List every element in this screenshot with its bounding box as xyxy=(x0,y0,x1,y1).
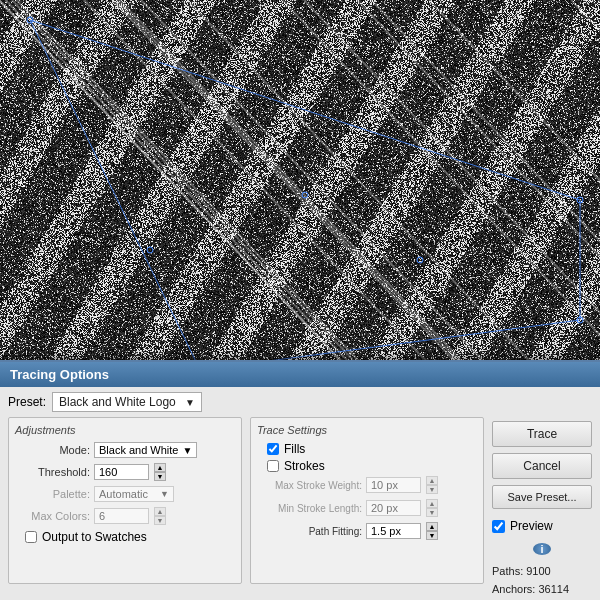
fills-row: Fills xyxy=(267,442,477,456)
min-stroke-length-row: Min Stroke Length: 20 px ▲ ▼ xyxy=(257,499,477,517)
paths-value: 9100 xyxy=(526,565,550,577)
canvas-area xyxy=(0,0,600,380)
threshold-row: Threshold: 160 ▲ ▼ xyxy=(15,463,235,481)
min-stroke-length-label: Min Stroke Length: xyxy=(257,503,362,514)
threshold-stepper[interactable]: ▲ ▼ xyxy=(154,463,166,481)
path-fitting-up-btn[interactable]: ▲ xyxy=(426,522,438,531)
preset-label: Preset: xyxy=(8,395,46,409)
palette-arrow: ▼ xyxy=(160,489,169,499)
path-fitting-field: 1.5 px xyxy=(366,523,421,539)
min-stroke-up-btn[interactable]: ▲ xyxy=(426,499,438,508)
fills-label: Fills xyxy=(284,442,305,456)
path-fitting-label: Path Fitting: xyxy=(257,526,362,537)
strokes-row: Strokes xyxy=(267,459,477,473)
max-stroke-weight-row: Max Stroke Weight: 10 px ▲ ▼ xyxy=(257,476,477,494)
mode-label: Mode: xyxy=(15,444,90,456)
adjustments-panel: Adjustments Mode: Black and White ▼ Thre… xyxy=(8,417,242,584)
tracing-options-dialog: Tracing Options Preset: Black and White … xyxy=(0,360,600,600)
output-swatches-label: Output to Swatches xyxy=(42,530,147,544)
preset-bar: Preset: Black and White Logo ▼ xyxy=(0,387,600,417)
save-preset-button[interactable]: Save Preset... xyxy=(492,485,592,509)
preview-label: Preview xyxy=(510,519,553,533)
panels-row: Adjustments Mode: Black and White ▼ Thre… xyxy=(0,417,600,592)
max-colors-down-btn[interactable]: ▼ xyxy=(154,516,166,525)
max-colors-stepper[interactable]: ▲ ▼ xyxy=(154,507,166,525)
min-stroke-down-btn[interactable]: ▼ xyxy=(426,508,438,517)
cancel-button[interactable]: Cancel xyxy=(492,453,592,479)
mode-value: Black and White xyxy=(99,444,178,456)
adjustments-title: Adjustments xyxy=(15,424,235,436)
palette-value: Automatic xyxy=(99,488,148,500)
mode-dropdown[interactable]: Black and White ▼ xyxy=(94,442,197,458)
max-colors-row: Max Colors: 6 ▲ ▼ xyxy=(15,507,235,525)
max-stroke-weight-field: 10 px xyxy=(366,477,421,493)
max-stroke-up-btn[interactable]: ▲ xyxy=(426,476,438,485)
dialog-title: Tracing Options xyxy=(0,362,600,387)
palette-dropdown[interactable]: Automatic ▼ xyxy=(94,486,174,502)
threshold-down-btn[interactable]: ▼ xyxy=(154,472,166,481)
threshold-up-btn[interactable]: ▲ xyxy=(154,463,166,472)
mode-arrow: ▼ xyxy=(182,445,192,456)
preview-checkbox[interactable] xyxy=(492,520,505,533)
max-stroke-weight-label: Max Stroke Weight: xyxy=(257,480,362,491)
path-fitting-row: Path Fitting: 1.5 px ▲ ▼ xyxy=(257,522,477,540)
max-colors-up-btn[interactable]: ▲ xyxy=(154,507,166,516)
preview-row: Preview xyxy=(492,519,592,533)
trace-settings-title: Trace Settings xyxy=(257,424,477,436)
palette-row: Palette: Automatic ▼ xyxy=(15,486,235,502)
max-stroke-weight-value: 10 px xyxy=(371,479,398,491)
path-fitting-stepper[interactable]: ▲ ▼ xyxy=(426,522,438,540)
buttons-panel: Trace Cancel Save Preset... Preview i Pa… xyxy=(492,417,592,584)
preset-value: Black and White Logo xyxy=(59,395,176,409)
preset-dropdown[interactable]: Black and White Logo ▼ xyxy=(52,392,202,412)
mode-row: Mode: Black and White ▼ xyxy=(15,442,235,458)
threshold-label: Threshold: xyxy=(15,466,90,478)
min-stroke-length-stepper[interactable]: ▲ ▼ xyxy=(426,499,438,517)
max-colors-value: 6 xyxy=(99,510,105,522)
min-stroke-length-field: 20 px xyxy=(366,500,421,516)
min-stroke-length-value: 20 px xyxy=(371,502,398,514)
anchors-value: 36114 xyxy=(538,583,569,595)
paths-label: Paths: xyxy=(492,565,523,577)
info-icon[interactable]: i xyxy=(533,543,551,555)
strokes-checkbox[interactable] xyxy=(267,460,279,472)
palette-label: Palette: xyxy=(15,488,90,500)
trace-settings-panel: Trace Settings Fills Strokes Max Stroke … xyxy=(250,417,484,584)
threshold-field: 160 xyxy=(94,464,149,480)
output-swatches-row: Output to Swatches xyxy=(25,530,235,544)
anchors-stat: Anchors: 36114 xyxy=(492,583,592,595)
trace-button[interactable]: Trace xyxy=(492,421,592,447)
max-colors-label: Max Colors: xyxy=(15,510,90,522)
strokes-label: Strokes xyxy=(284,459,325,473)
path-fitting-down-btn[interactable]: ▼ xyxy=(426,531,438,540)
max-stroke-down-btn[interactable]: ▼ xyxy=(426,485,438,494)
paths-stat: Paths: 9100 xyxy=(492,565,592,577)
preset-dropdown-arrow: ▼ xyxy=(185,397,195,408)
dialog-title-text: Tracing Options xyxy=(10,367,109,382)
threshold-value: 160 xyxy=(99,466,117,478)
fills-checkbox[interactable] xyxy=(267,443,279,455)
max-stroke-weight-stepper[interactable]: ▲ ▼ xyxy=(426,476,438,494)
max-colors-field: 6 xyxy=(94,508,149,524)
output-swatches-checkbox[interactable] xyxy=(25,531,37,543)
path-fitting-value: 1.5 px xyxy=(371,525,401,537)
anchors-label: Anchors: xyxy=(492,583,535,595)
